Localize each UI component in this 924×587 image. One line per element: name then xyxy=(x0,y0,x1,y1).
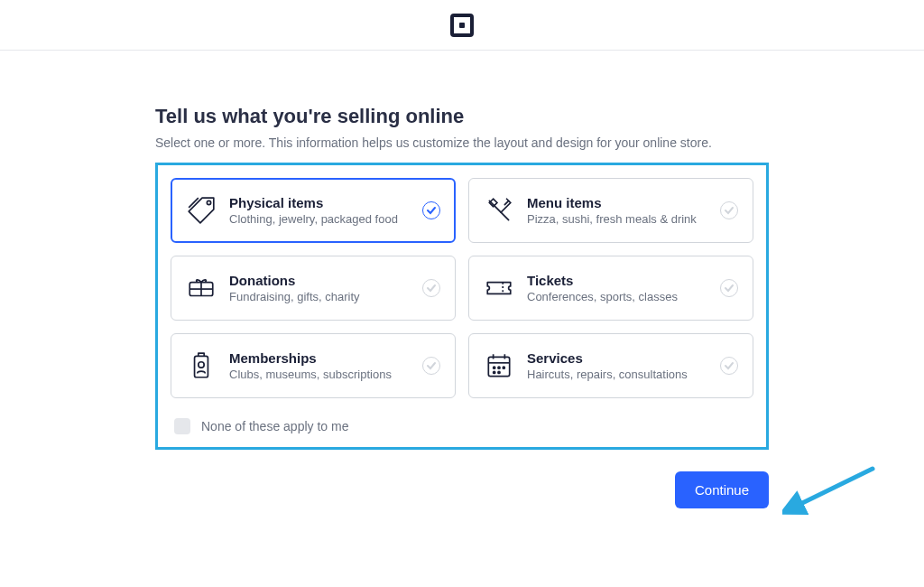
annotation-arrow-icon xyxy=(782,461,882,519)
check-icon xyxy=(720,279,738,297)
category-grid: Physical items Clothing, jewelry, packag… xyxy=(171,178,753,398)
none-apply-option[interactable]: None of these apply to me xyxy=(171,418,753,434)
card-title: Physical items xyxy=(229,195,410,210)
badge-icon xyxy=(186,350,217,381)
continue-button[interactable]: Continue xyxy=(675,471,769,508)
page-subtitle: Select one or more. This information hel… xyxy=(155,135,769,150)
ticket-icon xyxy=(484,273,514,303)
footer-actions: Continue xyxy=(155,471,769,508)
top-bar xyxy=(0,0,924,51)
svg-point-3 xyxy=(199,362,204,368)
svg-point-9 xyxy=(498,371,500,373)
annotation-highlight-box: Physical items Clothing, jewelry, packag… xyxy=(155,163,769,450)
none-apply-label: None of these apply to me xyxy=(201,419,348,433)
tag-icon xyxy=(186,195,217,226)
checkbox-icon xyxy=(174,418,190,434)
check-icon xyxy=(720,357,738,375)
svg-rect-2 xyxy=(195,356,208,377)
card-desc: Clothing, jewelry, packaged food xyxy=(229,212,410,226)
card-services[interactable]: Services Haircuts, repairs, consultation… xyxy=(468,333,753,398)
card-title: Tickets xyxy=(527,273,707,288)
card-desc: Fundraising, gifts, charity xyxy=(229,290,410,303)
card-menu-items[interactable]: Menu items Pizza, sushi, fresh meals & d… xyxy=(468,178,753,243)
card-desc: Pizza, sushi, fresh meals & drink xyxy=(527,212,707,226)
card-donations[interactable]: Donations Fundraising, gifts, charity xyxy=(171,256,456,321)
card-tickets[interactable]: Tickets Conferences, sports, classes xyxy=(468,256,753,321)
square-logo-icon xyxy=(450,14,474,37)
card-title: Donations xyxy=(229,273,410,288)
card-desc: Haircuts, repairs, consultations xyxy=(527,368,707,381)
check-icon xyxy=(422,201,440,219)
card-title: Menu items xyxy=(527,195,707,210)
svg-point-5 xyxy=(494,367,495,368)
check-icon xyxy=(422,357,440,375)
card-title: Services xyxy=(527,350,707,366)
gift-icon xyxy=(186,273,217,303)
check-icon xyxy=(720,201,738,219)
card-desc: Conferences, sports, classes xyxy=(527,290,707,303)
utensils-icon xyxy=(484,195,514,226)
card-desc: Clubs, museums, subscriptions xyxy=(229,368,410,381)
svg-point-0 xyxy=(207,200,210,204)
calendar-icon xyxy=(484,350,514,381)
page-title: Tell us what you're selling online xyxy=(155,105,769,128)
svg-point-8 xyxy=(494,371,495,373)
onboarding-panel: Tell us what you're selling online Selec… xyxy=(155,105,769,508)
svg-point-6 xyxy=(498,367,500,368)
card-physical-items[interactable]: Physical items Clothing, jewelry, packag… xyxy=(171,178,456,243)
card-memberships[interactable]: Memberships Clubs, museums, subscription… xyxy=(171,333,456,398)
check-icon xyxy=(422,279,440,297)
svg-line-10 xyxy=(795,469,873,507)
svg-point-7 xyxy=(503,367,504,368)
card-title: Memberships xyxy=(229,350,410,366)
